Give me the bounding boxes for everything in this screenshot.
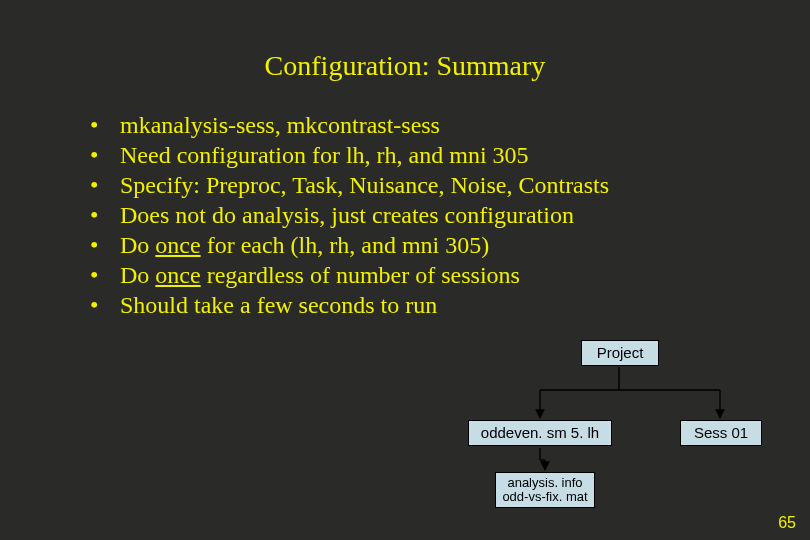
list-item: • Do once for each (lh, rh, and mni 305): [90, 230, 770, 260]
bullet-text: Do once for each (lh, rh, and mni 305): [120, 230, 770, 260]
bullet-list: • mkanalysis-sess, mkcontrast-sess • Nee…: [0, 110, 810, 320]
bullet-text: Need configuration for lh, rh, and mni 3…: [120, 140, 770, 170]
bullet-text: mkanalysis-sess, mkcontrast-sess: [120, 110, 770, 140]
bullet-marker: •: [90, 230, 120, 260]
diagram-box-sess: Sess 01: [680, 420, 762, 446]
list-item: • Does not do analysis, just creates con…: [90, 200, 770, 230]
bullet-text: Does not do analysis, just creates confi…: [120, 200, 770, 230]
diagram-box-analysis: analysis. info odd-vs-fix. mat: [495, 472, 595, 508]
list-item: • Need configuration for lh, rh, and mni…: [90, 140, 770, 170]
bullet-marker: •: [90, 170, 120, 200]
bullet-marker: •: [90, 290, 120, 320]
diagram-box-oddeven: oddeven. sm 5. lh: [468, 420, 612, 446]
list-item: • Do once regardless of number of sessio…: [90, 260, 770, 290]
bullet-text: Specify: Preproc, Task, Nuisance, Noise,…: [120, 170, 770, 200]
list-item: • mkanalysis-sess, mkcontrast-sess: [90, 110, 770, 140]
diagram-box-project: Project: [581, 340, 659, 366]
bullet-marker: •: [90, 200, 120, 230]
list-item: • Specify: Preproc, Task, Nuisance, Nois…: [90, 170, 770, 200]
page-number: 65: [778, 514, 796, 532]
bullet-text: Should take a few seconds to run: [120, 290, 770, 320]
slide-title: Configuration: Summary: [0, 0, 810, 110]
list-item: • Should take a few seconds to run: [90, 290, 770, 320]
bullet-marker: •: [90, 140, 120, 170]
bullet-marker: •: [90, 110, 120, 140]
bullet-marker: •: [90, 260, 120, 290]
bullet-text: Do once regardless of number of sessions: [120, 260, 770, 290]
